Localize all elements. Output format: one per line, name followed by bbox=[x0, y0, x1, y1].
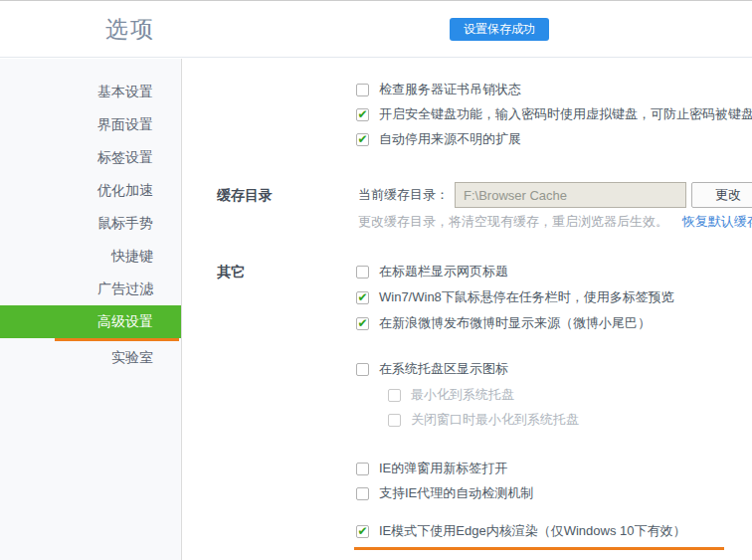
sidebar-item-shortcuts[interactable]: 快捷键 bbox=[0, 240, 181, 273]
checkbox-label[interactable]: 支持IE代理的自动检测机制 bbox=[379, 484, 533, 502]
checkbox-row-weibo-source: ✔ 在新浪微博发布微博时显示来源（微博小尾巴） bbox=[356, 310, 651, 336]
checkbox-label: 最小化到系统托盘 bbox=[411, 386, 514, 404]
checkbox-ie-popup-new-tab[interactable] bbox=[356, 463, 369, 475]
checkbox-label[interactable]: 在标题栏显示网页标题 bbox=[379, 263, 508, 280]
cache-note-text: 更改缓存目录，将清空现有缓存，重启浏览器后生效。 bbox=[358, 214, 668, 229]
checkbox-label[interactable]: 在系统托盘区显示图标 bbox=[379, 360, 508, 378]
checkbox-row-disable-unknown-extensions: ✔ 自动停用来源不明的扩展 bbox=[356, 126, 521, 152]
checkbox-row-tray-icon: 在系统托盘区显示图标 bbox=[356, 356, 508, 382]
change-directory-button[interactable]: 更改 bbox=[691, 182, 752, 208]
checkbox-edge-kernel-ie-mode[interactable]: ✔ bbox=[356, 525, 369, 538]
sidebar-item-advanced-settings[interactable]: 高级设置 bbox=[0, 305, 181, 338]
checkbox-tray-icon[interactable] bbox=[356, 363, 369, 376]
checkbox-row-titlebar-page-title: 在标题栏显示网页标题 bbox=[356, 259, 508, 284]
page-title: 选项 bbox=[105, 14, 155, 45]
sidebar-item-mouse-gestures[interactable]: 鼠标手势 bbox=[0, 207, 181, 240]
sidebar-item-ad-filter[interactable]: 广告过滤 bbox=[0, 273, 181, 305]
page-header: 选项 设置保存成功 bbox=[0, 1, 752, 58]
checkbox-cert-revocation[interactable] bbox=[356, 84, 369, 96]
options-page: 选项 设置保存成功 基本设置 界面设置 标签设置 优化加速 鼠标手势 快捷键 广… bbox=[0, 0, 752, 560]
checkbox-label[interactable]: 检查服务器证书吊销状态 bbox=[379, 81, 521, 98]
checkbox-label[interactable]: 开启安全键盘功能，输入密码时使用虚拟键盘，可防止密码被键盘 bbox=[379, 105, 752, 123]
checkbox-secure-keyboard[interactable]: ✔ bbox=[356, 108, 369, 121]
checkbox-titlebar-page-title[interactable] bbox=[356, 266, 369, 279]
checkbox-taskbar-tab-preview[interactable]: ✔ bbox=[356, 291, 369, 304]
checkbox-row-taskbar-tab-preview: ✔ Win7/Win8下鼠标悬停在任务栏时，使用多标签预览 bbox=[356, 284, 674, 310]
checkbox-label: 关闭窗口时最小化到系统托盘 bbox=[411, 411, 579, 429]
checkbox-close-minimize-to-tray[interactable] bbox=[388, 414, 401, 427]
checkbox-label[interactable]: Win7/Win8下鼠标悬停在任务栏时，使用多标签预览 bbox=[379, 288, 674, 306]
cache-note-row: 更改缓存目录，将清空现有缓存，重启浏览器后生效。 恢复默认缓存 bbox=[358, 209, 752, 235]
checkbox-row-ie-popup-new-tab: IE的弹窗用新标签打开 bbox=[356, 456, 507, 481]
checkbox-disable-unknown-extensions[interactable]: ✔ bbox=[356, 133, 369, 146]
sidebar-item-optimization[interactable]: 优化加速 bbox=[0, 174, 181, 207]
checkbox-ie-proxy-autodetect[interactable] bbox=[356, 487, 369, 500]
sidebar-item-basic-settings[interactable]: 基本设置 bbox=[0, 76, 181, 108]
checkbox-row-edge-kernel-ie-mode: ✔ IE模式下使用Edge内核渲染（仅Windows 10下有效） bbox=[356, 518, 685, 544]
checkbox-row-close-minimize-to-tray: 关闭窗口时最小化到系统托盘 bbox=[388, 407, 579, 433]
section-title-other: 其它 bbox=[217, 259, 245, 284]
checkbox-row-ie-proxy-autodetect: 支持IE代理的自动检测机制 bbox=[356, 480, 533, 506]
checkbox-label[interactable]: 在新浪微博发布微博时显示来源（微博小尾巴） bbox=[379, 314, 651, 332]
save-success-toast: 设置保存成功 bbox=[450, 18, 549, 41]
checkbox-row-secure-keyboard: ✔ 开启安全键盘功能，输入密码时使用虚拟键盘，可防止密码被键盘 bbox=[356, 101, 752, 127]
checkbox-row-minimize-to-tray: 最小化到系统托盘 bbox=[388, 382, 514, 408]
cache-path-input[interactable] bbox=[455, 182, 686, 208]
settings-sidebar: 基本设置 界面设置 标签设置 优化加速 鼠标手势 快捷键 广告过滤 高级设置 实… bbox=[0, 59, 182, 560]
restore-default-cache-link[interactable]: 恢复默认缓存 bbox=[682, 214, 752, 229]
edge-row-highlight-underline bbox=[354, 547, 724, 550]
checkbox-label[interactable]: IE的弹窗用新标签打开 bbox=[379, 460, 507, 477]
checkbox-label[interactable]: 自动停用来源不明的扩展 bbox=[379, 130, 521, 148]
checkbox-label[interactable]: IE模式下使用Edge内核渲染（仅Windows 10下有效） bbox=[379, 522, 685, 540]
settings-content: 检查服务器证书吊销状态 ✔ 开启安全键盘功能，输入密码时使用虚拟键盘，可防止密码… bbox=[183, 59, 752, 560]
cache-directory-row: 当前缓存目录： 更改 bbox=[183, 182, 752, 208]
sidebar-item-interface-settings[interactable]: 界面设置 bbox=[0, 108, 181, 141]
checkbox-weibo-source[interactable]: ✔ bbox=[356, 317, 369, 330]
checkbox-row-cert-revocation: 检查服务器证书吊销状态 bbox=[356, 77, 521, 102]
sidebar-item-tab-settings[interactable]: 标签设置 bbox=[0, 141, 181, 174]
checkbox-minimize-to-tray[interactable] bbox=[388, 389, 401, 402]
sidebar-item-laboratory[interactable]: 实验室 bbox=[0, 341, 181, 374]
cache-path-label: 当前缓存目录： bbox=[358, 182, 449, 208]
